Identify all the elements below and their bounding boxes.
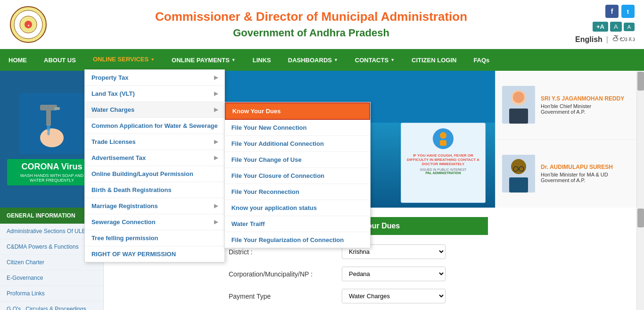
lang-telugu[interactable]: తెలుగు xyxy=(612,35,635,44)
nav-item-faqs[interactable]: FAQs xyxy=(465,49,498,71)
arrow-icon: ▶ xyxy=(214,91,218,97)
font-controls: +A A A xyxy=(593,22,635,32)
politician-1-title: Hon'ble Chief Minister xyxy=(541,103,624,109)
chevron-down-icon: ▼ xyxy=(150,57,155,62)
arrow-icon: ▶ xyxy=(214,139,218,145)
dropdown-item-birth-death[interactable]: Birth & Death Registrations xyxy=(85,182,224,198)
online-services-dropdown: Property Tax▶ Land Tax (VLT)▶ Water Char… xyxy=(84,69,225,262)
politician-2-info: Dr. AUDIMULAPU SURESH Hon'ble Minister f… xyxy=(541,164,613,183)
dropdown-item-water-charges[interactable]: Water Charges▶ Know Your Dues File Your … xyxy=(85,102,224,118)
sub-item-file-new-connection[interactable]: File Your New Connection xyxy=(225,120,370,136)
svg-point-11 xyxy=(47,131,50,135)
right-scrollbar-thumb[interactable] xyxy=(637,209,644,227)
sub-item-app-status[interactable]: Know your application status xyxy=(225,200,370,216)
facebook-icon[interactable]: f xyxy=(605,5,619,18)
arrow-icon: ▶ xyxy=(214,155,218,161)
politician-1-subtitle: Government of A.P. xyxy=(541,109,624,115)
dropdown-item-trade-licenses[interactable]: Trade Licenses▶ xyxy=(85,134,224,150)
logo: AP ★ xyxy=(9,6,47,43)
navbar: HOME ABOUT US ONLINE SERVICES ▼ Property… xyxy=(0,49,644,71)
sub-item-reconnection[interactable]: File Your Reconnection xyxy=(225,184,370,200)
politician-1-image xyxy=(502,86,535,124)
nav-item-about[interactable]: ABOUT US xyxy=(35,49,84,71)
sub-item-file-additional[interactable]: File Your Additional Connection xyxy=(225,136,370,152)
header-title: Commissioner & Director of Municipal Adm… xyxy=(47,9,575,39)
nav-item-contacts[interactable]: CONTACTS ▼ xyxy=(347,49,403,71)
sidebar-item-gos[interactable]: G.O's , Circulars & Proceedings xyxy=(0,302,103,310)
nav-item-links[interactable]: LINKS xyxy=(244,49,280,71)
dropdown-item-tree[interactable]: Tree felling permission xyxy=(85,230,224,246)
header-right: f t +A A A English | తెలుగు xyxy=(575,5,635,44)
district-label: District : xyxy=(229,248,342,256)
svg-rect-9 xyxy=(54,107,60,110)
svg-point-6 xyxy=(40,128,64,147)
dropdown-item-building[interactable]: Online Building/Layout Permission xyxy=(85,166,224,182)
chevron-down-icon: ▼ xyxy=(334,58,338,62)
corona-text-block: CORONA Virus WASH HANDS WITH SOAP AND WA… xyxy=(7,159,97,185)
title-line2: Government of Andhra Pradesh xyxy=(57,27,566,39)
svg-point-18 xyxy=(513,92,524,103)
chevron-down-icon: ▼ xyxy=(231,58,236,62)
water-charges-submenu: Know Your Dues File Your New Connection … xyxy=(224,102,371,248)
wash-hands-text: WASH HANDS WITH SOAP AND WATER FREQUENTL… xyxy=(13,173,91,183)
payment-type-select[interactable]: Water Charges Property Tax Trade License… xyxy=(342,289,446,303)
twitter-icon[interactable]: t xyxy=(621,5,635,18)
scrollbar-thumb[interactable] xyxy=(637,72,644,91)
title-line1: Commissioner & Director of Municipal Adm… xyxy=(57,9,566,24)
dropdown-item-advertisement[interactable]: Advertisement Tax▶ xyxy=(85,150,224,166)
right-scrollbar[interactable] xyxy=(636,208,644,310)
sidebar-item-egovernance[interactable]: E-Governance xyxy=(0,270,103,286)
sub-item-water-traiff[interactable]: Water Traiff xyxy=(225,216,370,232)
dropdown-item-row[interactable]: RIGHT OF WAY PERMISSION xyxy=(85,246,224,262)
sub-item-change-of-use[interactable]: File Your Change of Use xyxy=(225,152,370,168)
politicians-panel: SRI Y.S JAGANMOHAN REDDY Hon'ble Chief M… xyxy=(495,71,636,208)
sub-item-closure[interactable]: File Your Closure of Connection xyxy=(225,168,370,184)
sidebar-item-proforma[interactable]: Proforma Links xyxy=(0,286,103,302)
dropdown-item-common-app[interactable]: Common Application for Water & Sewerage xyxy=(85,118,224,134)
politician-2-subtitle: Government of A.P. xyxy=(541,177,613,183)
faucet-illustration xyxy=(19,93,85,154)
svg-point-13 xyxy=(440,132,446,139)
nav-item-online-services[interactable]: ONLINE SERVICES ▼ Property Tax▶ Land Tax… xyxy=(84,49,163,71)
header: AP ★ Commissioner & Director of Municipa… xyxy=(0,0,644,49)
form-row-payment-type: Payment Type Water Charges Property Tax … xyxy=(229,289,512,303)
politician-1-name: SRI Y.S JAGANMOHAN REDDY xyxy=(541,95,624,102)
politician-2-title: Hon'ble Minister for MA & UD xyxy=(541,172,613,177)
dropdown-item-property-tax[interactable]: Property Tax▶ xyxy=(85,70,224,86)
arrow-icon: ▶ xyxy=(214,219,218,225)
lang-separator: | xyxy=(606,35,608,44)
payment-type-label: Payment Type xyxy=(229,293,342,300)
svg-rect-21 xyxy=(509,177,528,193)
nav-item-citizen-login[interactable]: CITIZEN LOGIN xyxy=(403,49,465,71)
dropdown-item-sewerage[interactable]: Sewerage Connection▶ xyxy=(85,214,224,230)
svg-text:★: ★ xyxy=(27,24,30,27)
font-normal-button[interactable]: A xyxy=(610,22,622,32)
corona-title: CORONA Virus xyxy=(13,162,91,172)
sub-item-regularization[interactable]: File Your Regularization of Connection xyxy=(225,232,370,248)
arrow-icon: ▶ xyxy=(214,203,218,209)
dropdown-item-land-tax[interactable]: Land Tax (VLT)▶ xyxy=(85,86,224,102)
politician-2-image xyxy=(502,155,535,193)
font-increase-button[interactable]: +A xyxy=(593,22,608,32)
sub-item-know-your-dues[interactable]: Know Your Dues xyxy=(225,102,370,120)
politician-2-name: Dr. AUDIMULAPU SURESH xyxy=(541,164,613,170)
svg-point-10 xyxy=(47,126,50,131)
arrow-icon: ▶ xyxy=(214,107,218,113)
politician-1: SRI Y.S JAGANMOHAN REDDY Hon'ble Chief M… xyxy=(495,71,636,140)
nav-item-home[interactable]: HOME xyxy=(0,49,35,71)
font-decrease-button[interactable]: A xyxy=(624,23,635,31)
language-controls: English | తెలుగు xyxy=(575,35,635,44)
nav-item-dashboards[interactable]: DASHBOARDS ▼ xyxy=(280,49,347,71)
social-icons: f t xyxy=(605,5,635,18)
svg-point-22 xyxy=(513,160,524,172)
chevron-down-icon: ▼ xyxy=(390,58,395,62)
nav-item-online-payments[interactable]: ONLINE PAYMENTS ▼ xyxy=(163,49,244,71)
scrollbar[interactable] xyxy=(636,71,644,208)
dropdown-item-marriage[interactable]: Marriage Registrations▶ xyxy=(85,198,224,214)
lang-english[interactable]: English xyxy=(575,35,603,44)
municipality-label: Corporation/Muncipality/NP : xyxy=(229,270,342,278)
municipality-select[interactable]: Pedana Krishna xyxy=(342,267,446,281)
form-row-municipality: Corporation/Muncipality/NP : Pedana Kris… xyxy=(229,267,512,281)
covid-poster: IF YOU HAVE COUGH, FEVER OR DIFFICULTY I… xyxy=(401,123,486,203)
svg-rect-14 xyxy=(440,140,446,146)
